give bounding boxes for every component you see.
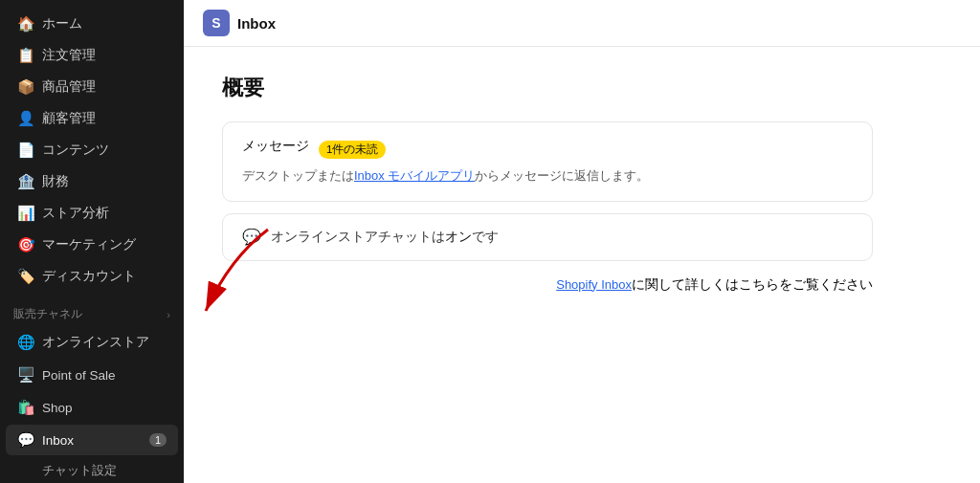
status-on-label: オン bbox=[445, 230, 472, 244]
sidebar-item-marketing[interactable]: 🎯 マーケティング bbox=[6, 230, 178, 260]
sidebar-item-orders[interactable]: 📋 注文管理 bbox=[6, 40, 178, 71]
finance-icon: 🏦 bbox=[17, 173, 34, 190]
page-content: 概要 メッセージ 1件の未読 デスクトップまたはInbox モバイルアプリからメ… bbox=[184, 47, 980, 483]
shopify-inbox-icon: S bbox=[203, 10, 230, 36]
sidebar-item-online-store[interactable]: 🌐 オンラインストア bbox=[6, 327, 178, 358]
analytics-icon: 📊 bbox=[17, 205, 34, 222]
sidebar-label: コンテンツ bbox=[42, 142, 167, 159]
main-content: S Inbox 概要 メッセージ 1件の未読 デスクトップまたはInbox モバ… bbox=[184, 0, 980, 483]
sidebar-item-finance[interactable]: 🏦 財務 bbox=[6, 166, 178, 197]
page-heading: 概要 bbox=[222, 74, 942, 102]
pos-icon: 🖥️ bbox=[17, 366, 34, 384]
sidebar-label: ホーム bbox=[42, 15, 167, 33]
sidebar-subitem-chat-settings[interactable]: チャット設定 bbox=[6, 457, 178, 483]
sidebar: 🏠 ホーム 📋 注文管理 📦 商品管理 👤 顧客管理 📄 コンテンツ 🏦 財務 … bbox=[0, 0, 184, 483]
unread-badge: 1件の未読 bbox=[319, 141, 386, 159]
shop-icon: 🛍️ bbox=[17, 399, 34, 416]
sidebar-label: マーケティング bbox=[42, 236, 167, 253]
sidebar-label: 注文管理 bbox=[42, 47, 167, 64]
inbox-app-link[interactable]: Inbox モバイルアプリ bbox=[354, 168, 475, 183]
sidebar-label: 商品管理 bbox=[42, 78, 167, 96]
sidebar-item-discounts[interactable]: 🏷️ ディスカウント bbox=[6, 261, 178, 292]
sidebar-item-home[interactable]: 🏠 ホーム bbox=[6, 9, 178, 39]
inbox-icon: 💬 bbox=[17, 431, 34, 449]
sidebar-label: 顧客管理 bbox=[42, 110, 167, 127]
sidebar-label: 財務 bbox=[42, 173, 167, 190]
sidebar-item-analytics[interactable]: 📊 ストア分析 bbox=[6, 198, 178, 229]
sales-channel-header[interactable]: 販売チャネル › bbox=[0, 293, 184, 326]
shopify-inbox-external-link[interactable]: Shopify Inbox bbox=[556, 277, 632, 292]
sidebar-label: ストア分析 bbox=[42, 205, 167, 222]
content-icon: 📄 bbox=[17, 142, 34, 159]
messages-description: デスクトップまたはInbox モバイルアプリからメッセージに返信します。 bbox=[242, 166, 853, 186]
customers-icon: 👤 bbox=[17, 110, 34, 127]
chat-status-row: 💬 オンラインストアチャットはオンです bbox=[242, 228, 853, 247]
chat-bubble-icon: 💬 bbox=[242, 228, 261, 247]
sidebar-label: ディスカウント bbox=[42, 268, 167, 285]
messages-card: メッセージ 1件の未読 デスクトップまたはInbox モバイルアプリからメッセー… bbox=[222, 121, 873, 202]
chat-status-text: オンラインストアチャットはオンです bbox=[271, 229, 499, 246]
chevron-icon: › bbox=[167, 309, 170, 320]
discounts-icon: 🏷️ bbox=[17, 268, 34, 285]
marketing-icon: 🎯 bbox=[17, 236, 34, 253]
sidebar-item-products[interactable]: 📦 商品管理 bbox=[6, 72, 178, 102]
sidebar-item-inbox[interactable]: 💬 Inbox 1 bbox=[6, 425, 178, 455]
sidebar-item-customers[interactable]: 👤 顧客管理 bbox=[6, 103, 178, 134]
orders-icon: 📋 bbox=[17, 47, 34, 64]
sidebar-item-point-of-sale[interactable]: 🖥️ Point of Sale bbox=[6, 360, 178, 390]
messages-card-title: メッセージ bbox=[242, 138, 309, 155]
sidebar-item-shop[interactable]: 🛍️ Shop bbox=[6, 392, 178, 423]
sidebar-item-content[interactable]: 📄 コンテンツ bbox=[6, 135, 178, 165]
shopify-inbox-link-row: Shopify Inboxに関して詳しくはこちらをご覧ください bbox=[222, 273, 873, 297]
chat-status-card: 💬 オンラインストアチャットはオンです bbox=[222, 213, 873, 261]
topbar: S Inbox bbox=[184, 0, 980, 47]
online-store-icon: 🌐 bbox=[17, 334, 34, 351]
home-icon: 🏠 bbox=[17, 15, 34, 33]
inbox-badge: 1 bbox=[149, 433, 167, 447]
topbar-title: Inbox bbox=[237, 15, 276, 32]
products-icon: 📦 bbox=[17, 78, 34, 96]
